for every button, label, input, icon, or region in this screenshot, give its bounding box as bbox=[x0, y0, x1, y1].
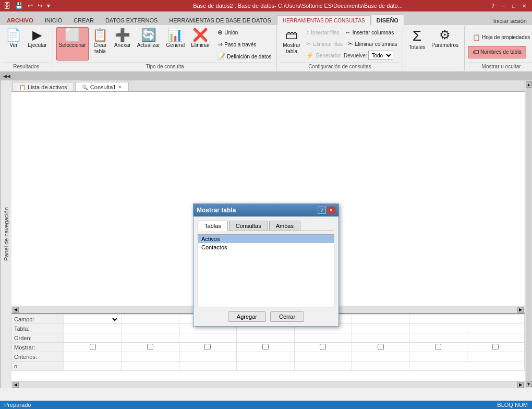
modal-overlay: Mostrar tabla ? ✕ Tablas Consultas Ambas… bbox=[0, 0, 532, 409]
modal-content: Tablas Consultas Ambas Activos Contactos… bbox=[194, 216, 338, 326]
modal-tab-ambas[interactable]: Ambas bbox=[269, 221, 300, 231]
list-item-contactos[interactable]: Contactos bbox=[198, 243, 334, 251]
modal-help-button[interactable]: ? bbox=[318, 207, 326, 214]
modal-titlebar: Mostrar tabla ? ✕ bbox=[194, 204, 338, 216]
modal-tab-consultas[interactable]: Consultas bbox=[229, 221, 268, 231]
modal-tab-tablas[interactable]: Tablas bbox=[198, 221, 228, 231]
modal-title: Mostrar tabla bbox=[197, 207, 236, 214]
modal-footer: Agregar Cerrar bbox=[198, 311, 334, 322]
agregar-button[interactable]: Agregar bbox=[228, 311, 266, 322]
modal-close-button[interactable]: ✕ bbox=[327, 207, 335, 214]
modal-cerrar-button[interactable]: Cerrar bbox=[270, 311, 304, 322]
modal-tab-bar: Tablas Consultas Ambas bbox=[198, 221, 334, 231]
modal-controls: ? ✕ bbox=[318, 207, 335, 214]
modal-list[interactable]: Activos Contactos bbox=[198, 234, 334, 307]
list-item-activos[interactable]: Activos bbox=[198, 235, 334, 243]
show-table-modal: Mostrar tabla ? ✕ Tablas Consultas Ambas… bbox=[193, 203, 339, 327]
